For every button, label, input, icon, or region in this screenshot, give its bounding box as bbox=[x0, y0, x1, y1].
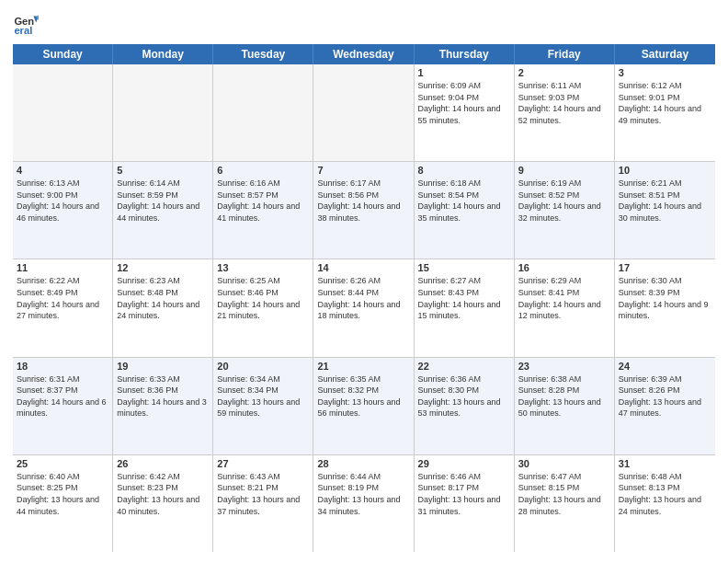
calendar-cell-29: 29Sunrise: 6:46 AMSunset: 8:17 PMDayligh… bbox=[415, 455, 515, 552]
page: Gen eral Sunday Monday Tuesday Wednesday… bbox=[0, 0, 728, 563]
calendar-cell-28: 28Sunrise: 6:44 AMSunset: 8:19 PMDayligh… bbox=[313, 455, 414, 552]
calendar-cell-empty bbox=[113, 64, 213, 161]
calendar-cell-empty bbox=[313, 64, 414, 161]
svg-text:eral: eral bbox=[14, 25, 32, 36]
cell-info: Sunrise: 6:18 AMSunset: 8:54 PMDaylight:… bbox=[418, 178, 510, 224]
calendar-cell-2: 2Sunrise: 6:11 AMSunset: 9:03 PMDaylight… bbox=[515, 64, 615, 161]
day-number: 18 bbox=[17, 361, 108, 372]
calendar-cell-empty bbox=[13, 64, 113, 161]
day-number: 31 bbox=[619, 458, 711, 469]
calendar-row-5: 25Sunrise: 6:40 AMSunset: 8:25 PMDayligh… bbox=[13, 455, 715, 552]
header-sunday: Sunday bbox=[13, 44, 113, 64]
calendar-row-1: 1Sunrise: 6:09 AMSunset: 9:04 PMDaylight… bbox=[13, 64, 715, 162]
cell-info: Sunrise: 6:39 AMSunset: 8:26 PMDaylight:… bbox=[619, 373, 711, 419]
cell-info: Sunrise: 6:47 AMSunset: 8:15 PMDaylight:… bbox=[518, 471, 610, 517]
day-number: 10 bbox=[619, 165, 711, 176]
cell-info: Sunrise: 6:31 AMSunset: 8:37 PMDaylight:… bbox=[17, 373, 108, 419]
day-number: 9 bbox=[518, 165, 610, 176]
cell-info: Sunrise: 6:35 AMSunset: 8:32 PMDaylight:… bbox=[317, 373, 409, 419]
cell-info: Sunrise: 6:26 AMSunset: 8:44 PMDaylight:… bbox=[317, 275, 409, 321]
calendar-cell-20: 20Sunrise: 6:34 AMSunset: 8:34 PMDayligh… bbox=[213, 358, 313, 454]
calendar-cell-16: 16Sunrise: 6:29 AMSunset: 8:41 PMDayligh… bbox=[515, 259, 615, 356]
day-number: 28 bbox=[317, 458, 409, 469]
day-number: 1 bbox=[418, 67, 510, 78]
calendar-row-4: 18Sunrise: 6:31 AMSunset: 8:37 PMDayligh… bbox=[13, 358, 715, 455]
cell-info: Sunrise: 6:29 AMSunset: 8:41 PMDaylight:… bbox=[518, 275, 610, 321]
day-number: 23 bbox=[518, 361, 610, 372]
calendar: Sunday Monday Tuesday Wednesday Thursday… bbox=[13, 44, 715, 552]
calendar-body: 1Sunrise: 6:09 AMSunset: 9:04 PMDaylight… bbox=[13, 64, 715, 552]
header-thursday: Thursday bbox=[415, 44, 515, 64]
day-number: 27 bbox=[217, 458, 309, 469]
calendar-cell-31: 31Sunrise: 6:48 AMSunset: 8:13 PMDayligh… bbox=[615, 455, 715, 552]
cell-info: Sunrise: 6:38 AMSunset: 8:28 PMDaylight:… bbox=[518, 373, 610, 419]
calendar-row-2: 4Sunrise: 6:13 AMSunset: 9:00 PMDaylight… bbox=[13, 162, 715, 259]
cell-info: Sunrise: 6:14 AMSunset: 8:59 PMDaylight:… bbox=[117, 178, 209, 224]
header-tuesday: Tuesday bbox=[213, 44, 313, 64]
calendar-cell-13: 13Sunrise: 6:25 AMSunset: 8:46 PMDayligh… bbox=[213, 259, 313, 356]
cell-info: Sunrise: 6:19 AMSunset: 8:52 PMDaylight:… bbox=[518, 178, 610, 224]
calendar-cell-empty bbox=[213, 64, 313, 161]
header-monday: Monday bbox=[113, 44, 213, 64]
calendar-cell-9: 9Sunrise: 6:19 AMSunset: 8:52 PMDaylight… bbox=[515, 162, 615, 259]
day-number: 29 bbox=[418, 458, 510, 469]
cell-info: Sunrise: 6:34 AMSunset: 8:34 PMDaylight:… bbox=[217, 373, 309, 419]
header-wednesday: Wednesday bbox=[313, 44, 414, 64]
calendar-cell-1: 1Sunrise: 6:09 AMSunset: 9:04 PMDaylight… bbox=[415, 64, 515, 161]
header-saturday: Saturday bbox=[615, 44, 715, 64]
calendar-cell-4: 4Sunrise: 6:13 AMSunset: 9:00 PMDaylight… bbox=[13, 162, 113, 259]
day-number: 17 bbox=[619, 262, 711, 273]
day-number: 22 bbox=[418, 361, 510, 372]
cell-info: Sunrise: 6:09 AMSunset: 9:04 PMDaylight:… bbox=[418, 80, 510, 126]
cell-info: Sunrise: 6:11 AMSunset: 9:03 PMDaylight:… bbox=[518, 80, 610, 126]
cell-info: Sunrise: 6:12 AMSunset: 9:01 PMDaylight:… bbox=[619, 80, 711, 126]
calendar-cell-18: 18Sunrise: 6:31 AMSunset: 8:37 PMDayligh… bbox=[13, 358, 113, 454]
calendar-cell-3: 3Sunrise: 6:12 AMSunset: 9:01 PMDaylight… bbox=[615, 64, 715, 161]
calendar-cell-27: 27Sunrise: 6:43 AMSunset: 8:21 PMDayligh… bbox=[213, 455, 313, 552]
calendar-cell-19: 19Sunrise: 6:33 AMSunset: 8:36 PMDayligh… bbox=[113, 358, 213, 454]
cell-info: Sunrise: 6:40 AMSunset: 8:25 PMDaylight:… bbox=[17, 471, 108, 517]
day-number: 5 bbox=[117, 165, 209, 176]
cell-info: Sunrise: 6:44 AMSunset: 8:19 PMDaylight:… bbox=[317, 471, 409, 517]
day-number: 30 bbox=[518, 458, 610, 469]
cell-info: Sunrise: 6:36 AMSunset: 8:30 PMDaylight:… bbox=[418, 373, 510, 419]
day-number: 16 bbox=[518, 262, 610, 273]
cell-info: Sunrise: 6:27 AMSunset: 8:43 PMDaylight:… bbox=[418, 275, 510, 321]
cell-info: Sunrise: 6:23 AMSunset: 8:48 PMDaylight:… bbox=[117, 275, 209, 321]
day-number: 13 bbox=[217, 262, 309, 273]
day-number: 4 bbox=[17, 165, 108, 176]
day-number: 15 bbox=[418, 262, 510, 273]
calendar-header: Sunday Monday Tuesday Wednesday Thursday… bbox=[13, 44, 715, 64]
logo-icon: Gen eral bbox=[13, 11, 39, 37]
calendar-cell-26: 26Sunrise: 6:42 AMSunset: 8:23 PMDayligh… bbox=[113, 455, 213, 552]
day-number: 19 bbox=[117, 361, 209, 372]
calendar-cell-5: 5Sunrise: 6:14 AMSunset: 8:59 PMDaylight… bbox=[113, 162, 213, 259]
cell-info: Sunrise: 6:46 AMSunset: 8:17 PMDaylight:… bbox=[418, 471, 510, 517]
day-number: 11 bbox=[17, 262, 108, 273]
day-number: 7 bbox=[317, 165, 409, 176]
cell-info: Sunrise: 6:43 AMSunset: 8:21 PMDaylight:… bbox=[217, 471, 309, 517]
calendar-cell-21: 21Sunrise: 6:35 AMSunset: 8:32 PMDayligh… bbox=[313, 358, 414, 454]
cell-info: Sunrise: 6:42 AMSunset: 8:23 PMDaylight:… bbox=[117, 471, 209, 517]
calendar-cell-14: 14Sunrise: 6:26 AMSunset: 8:44 PMDayligh… bbox=[313, 259, 414, 356]
cell-info: Sunrise: 6:13 AMSunset: 9:00 PMDaylight:… bbox=[17, 178, 108, 224]
calendar-cell-15: 15Sunrise: 6:27 AMSunset: 8:43 PMDayligh… bbox=[415, 259, 515, 356]
cell-info: Sunrise: 6:21 AMSunset: 8:51 PMDaylight:… bbox=[619, 178, 711, 224]
day-number: 20 bbox=[217, 361, 309, 372]
calendar-cell-7: 7Sunrise: 6:17 AMSunset: 8:56 PMDaylight… bbox=[313, 162, 414, 259]
day-number: 26 bbox=[117, 458, 209, 469]
calendar-cell-22: 22Sunrise: 6:36 AMSunset: 8:30 PMDayligh… bbox=[415, 358, 515, 454]
day-number: 8 bbox=[418, 165, 510, 176]
day-number: 25 bbox=[17, 458, 108, 469]
day-number: 14 bbox=[317, 262, 409, 273]
day-number: 21 bbox=[317, 361, 409, 372]
calendar-cell-11: 11Sunrise: 6:22 AMSunset: 8:49 PMDayligh… bbox=[13, 259, 113, 356]
calendar-cell-23: 23Sunrise: 6:38 AMSunset: 8:28 PMDayligh… bbox=[515, 358, 615, 454]
day-number: 3 bbox=[619, 67, 711, 78]
cell-info: Sunrise: 6:30 AMSunset: 8:39 PMDaylight:… bbox=[619, 275, 711, 321]
cell-info: Sunrise: 6:22 AMSunset: 8:49 PMDaylight:… bbox=[17, 275, 108, 321]
cell-info: Sunrise: 6:25 AMSunset: 8:46 PMDaylight:… bbox=[217, 275, 309, 321]
calendar-cell-30: 30Sunrise: 6:47 AMSunset: 8:15 PMDayligh… bbox=[515, 455, 615, 552]
cell-info: Sunrise: 6:16 AMSunset: 8:57 PMDaylight:… bbox=[217, 178, 309, 224]
calendar-cell-12: 12Sunrise: 6:23 AMSunset: 8:48 PMDayligh… bbox=[113, 259, 213, 356]
